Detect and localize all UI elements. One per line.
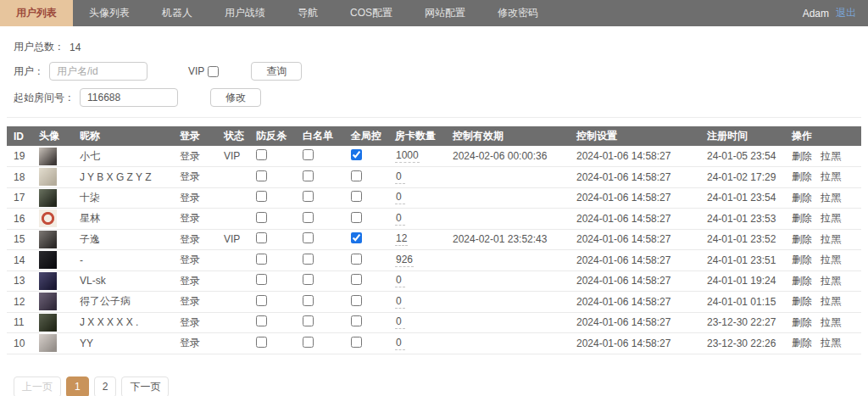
whitelist-checkbox[interactable] (303, 254, 314, 265)
room-cards-value[interactable]: 1000 (395, 149, 420, 163)
login-cell[interactable]: 登录 (173, 167, 217, 188)
whitelist-checkbox[interactable] (303, 191, 314, 202)
delete-link[interactable]: 删除 (792, 337, 812, 349)
anti-kill-checkbox[interactable] (256, 149, 267, 160)
delete-link[interactable]: 删除 (792, 275, 812, 287)
user-search-input[interactable] (49, 62, 147, 81)
global-control-checkbox[interactable] (351, 232, 362, 243)
delete-link[interactable]: 删除 (792, 233, 812, 245)
whitelist-checkbox[interactable] (303, 149, 314, 160)
delete-link[interactable]: 删除 (792, 170, 812, 182)
global-control-checkbox[interactable] (351, 149, 362, 160)
delete-link[interactable]: 删除 (792, 295, 812, 307)
anti-kill-checkbox[interactable] (256, 232, 267, 243)
delete-link[interactable]: 删除 (792, 254, 812, 265)
anti-kill-checkbox[interactable] (256, 295, 267, 306)
delete-link[interactable]: 删除 (792, 150, 812, 162)
blacklist-link[interactable]: 拉黑 (821, 275, 841, 287)
login-link[interactable]: 登录 (180, 233, 200, 245)
whitelist-checkbox[interactable] (303, 337, 314, 348)
login-cell[interactable]: 登录 (173, 250, 217, 271)
blacklist-link[interactable]: 拉黑 (821, 337, 841, 349)
anti-kill-checkbox[interactable] (256, 254, 267, 265)
login-link[interactable]: 登录 (180, 192, 200, 204)
room-cards-value[interactable]: 0 (395, 337, 405, 350)
nav-item-5[interactable]: COS配置 (334, 0, 409, 26)
blacklist-link[interactable]: 拉黑 (821, 316, 841, 328)
search-button[interactable]: 查询 (251, 62, 302, 81)
login-cell[interactable]: 登录 (173, 146, 217, 167)
blacklist-link[interactable]: 拉黑 (821, 212, 841, 224)
nav-item-4[interactable]: 导航 (281, 0, 334, 26)
login-cell[interactable]: 登录 (173, 187, 217, 209)
room-cards-value[interactable]: 12 (395, 232, 408, 246)
login-link[interactable]: 登录 (180, 316, 200, 328)
page-button-1[interactable]: 1 (66, 376, 89, 396)
login-cell[interactable]: 登录 (173, 271, 217, 292)
global-control-checkbox[interactable] (351, 212, 362, 223)
delete-link[interactable]: 删除 (792, 316, 812, 328)
login-cell[interactable]: 登录 (173, 312, 217, 333)
blacklist-link[interactable]: 拉黑 (821, 295, 841, 307)
global-control-checkbox[interactable] (351, 337, 362, 348)
vip-checkbox[interactable] (208, 66, 219, 77)
global-control-checkbox-cell (344, 167, 388, 188)
next-page-button[interactable]: 下一页 (121, 376, 169, 396)
login-cell[interactable]: 登录 (173, 229, 217, 250)
login-cell[interactable]: 登录 (173, 292, 217, 313)
room-cards-value[interactable]: 0 (395, 315, 405, 329)
anti-kill-checkbox[interactable] (256, 337, 267, 348)
login-link[interactable]: 登录 (180, 337, 200, 349)
prev-page-button[interactable]: 上一页 (14, 376, 61, 396)
room-cards-value[interactable]: 0 (395, 191, 405, 204)
anti-kill-checkbox[interactable] (256, 315, 267, 326)
anti-kill-checkbox[interactable] (256, 191, 267, 202)
global-control-checkbox[interactable] (351, 191, 362, 202)
modify-button[interactable]: 修改 (210, 88, 261, 107)
page-button-2[interactable]: 2 (94, 376, 117, 396)
login-link[interactable]: 登录 (180, 150, 200, 162)
nav-item-3[interactable]: 用户战绩 (209, 0, 281, 26)
blacklist-link[interactable]: 拉黑 (821, 150, 841, 162)
global-control-checkbox[interactable] (351, 315, 362, 326)
whitelist-checkbox[interactable] (303, 274, 314, 285)
anti-kill-checkbox[interactable] (256, 212, 267, 223)
nav-item-7[interactable]: 修改密码 (481, 0, 554, 26)
anti-kill-checkbox[interactable] (256, 274, 267, 285)
room-number-input[interactable] (80, 88, 178, 107)
room-cards-value[interactable]: 0 (395, 212, 405, 226)
whitelist-checkbox[interactable] (303, 232, 314, 243)
whitelist-checkbox[interactable] (303, 315, 314, 326)
login-link[interactable]: 登录 (180, 212, 200, 224)
room-cards-value[interactable]: 926 (395, 254, 414, 267)
nav-item-6[interactable]: 网站配置 (409, 0, 481, 26)
blacklist-link[interactable]: 拉黑 (821, 170, 841, 182)
logout-link[interactable]: 退出 (836, 6, 856, 20)
nav-item-2[interactable]: 机器人 (146, 0, 209, 26)
login-link[interactable]: 登录 (180, 275, 200, 287)
delete-link[interactable]: 删除 (792, 212, 812, 224)
login-link[interactable]: 登录 (180, 295, 200, 307)
blacklist-link[interactable]: 拉黑 (821, 254, 841, 265)
global-control-checkbox[interactable] (351, 295, 362, 306)
room-cards-value[interactable]: 0 (395, 295, 405, 309)
whitelist-checkbox[interactable] (303, 212, 314, 223)
nav-item-1[interactable]: 头像列表 (73, 0, 146, 26)
login-link[interactable]: 登录 (180, 254, 200, 265)
room-cards-value[interactable]: 0 (395, 274, 405, 287)
anti-kill-checkbox[interactable] (256, 170, 267, 181)
global-control-checkbox[interactable] (351, 170, 362, 181)
whitelist-checkbox[interactable] (303, 295, 314, 306)
room-cards-value[interactable]: 0 (395, 170, 405, 184)
login-cell[interactable]: 登录 (173, 209, 217, 230)
status-cell (217, 187, 249, 209)
login-cell[interactable]: 登录 (173, 333, 217, 354)
delete-link[interactable]: 删除 (792, 192, 812, 204)
whitelist-checkbox[interactable] (303, 170, 314, 181)
nav-item-0[interactable]: 用户列表 (0, 0, 73, 26)
login-link[interactable]: 登录 (180, 170, 200, 182)
blacklist-link[interactable]: 拉黑 (821, 233, 841, 245)
global-control-checkbox[interactable] (351, 254, 362, 265)
blacklist-link[interactable]: 拉黑 (821, 192, 841, 204)
global-control-checkbox[interactable] (351, 274, 362, 285)
